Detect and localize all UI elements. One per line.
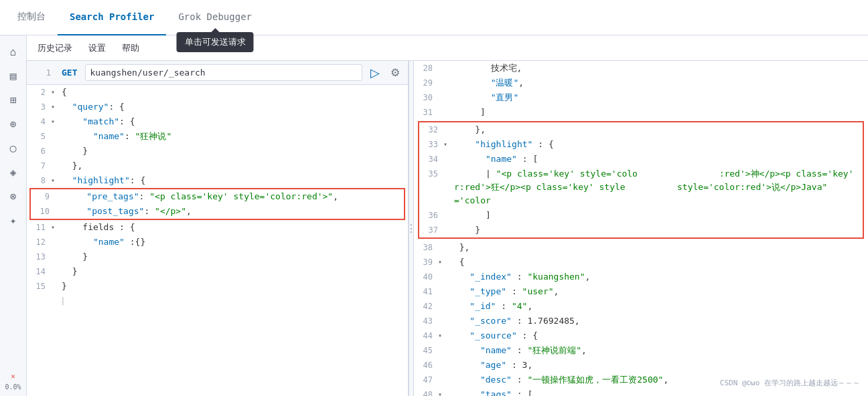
watermark: CSDN @©ωo 在学习的路上越走越远～～～ — [720, 378, 860, 388]
code-editor[interactable]: 2 ▾ { 3 ▾ "query": { 4 ▾ "match": { 5 — [27, 85, 408, 396]
result-line-28: 28 技术宅, — [414, 61, 868, 76]
editor-area: 1 GET ▷ ⚙ 2 ▾ { 3 ▾ "query": { — [27, 61, 868, 396]
sidebar-icon-database[interactable]: ⊕ — [3, 113, 24, 134]
tab-grok-debugger[interactable]: Grok Debugger 单击可发送请求 — [166, 0, 264, 35]
right-pane: 28 技术宅, 29 "温暖", 30 "直男" 3 — [414, 61, 868, 396]
sub-toolbar: 历史记录 设置 帮助 — [27, 35, 868, 61]
code-line-10: 10 "post_tags": "</p>", — [31, 204, 404, 219]
result-line-45: 45 "name" : "狂神说前端", — [414, 343, 868, 358]
result-line-43: 43 "_score" : 1.7692485, — [414, 314, 868, 328]
line-number-1: 1 — [32, 66, 56, 80]
code-line-11: 11 ▾ fields : { — [27, 220, 408, 235]
result-line-48: 48 ▾ "tags" : [ — [414, 387, 868, 396]
settings-button[interactable]: 设置 — [86, 41, 108, 56]
result-line-40: 40 "_index" : "kuangshen", — [414, 270, 868, 284]
result-line-35: 35 | "<p class='key' style='color:red'>狂… — [419, 167, 863, 208]
result-line-39: 39 ▾ { — [414, 255, 868, 270]
code-line-13: 13 } — [27, 250, 408, 264]
code-line-2: 2 ▾ { — [27, 85, 408, 100]
result-line-42: 42 "_id" : "4", — [414, 299, 868, 314]
ghost-line: | — [27, 294, 408, 307]
code-line-14: 14 } — [27, 264, 408, 279]
highlight-box-right: 32 }, 33 ▾ "highlight" : { 34 "name" : [ — [418, 121, 864, 239]
code-line-8: 8 ▾ "highlight": { — [27, 173, 408, 188]
tab-bar: 控制台 Search Profiler Grok Debugger 单击可发送请… — [0, 0, 868, 35]
sidebar-icon-chart[interactable]: ▤ — [3, 65, 24, 86]
help-button[interactable]: 帮助 — [119, 41, 142, 56]
result-line-34: 34 "name" : [ — [419, 152, 863, 167]
result-line-38: 38 }, — [414, 240, 868, 255]
wrench-button[interactable]: ⚙ — [388, 65, 403, 80]
code-line-6: 6 } — [27, 144, 408, 159]
url-input-row: 1 GET ▷ ⚙ — [27, 61, 408, 85]
sidebar-icon-layers[interactable]: ⊞ — [3, 89, 24, 110]
highlight-box-left: 9 "pre_tags": "<p class='key' style='col… — [29, 188, 405, 220]
tab-console[interactable]: 控制台 — [5, 0, 58, 35]
code-line-15: 15 } — [27, 279, 408, 294]
result-line-30: 30 "直男" — [414, 90, 868, 105]
sidebar-icon-map[interactable]: ⊗ — [3, 185, 24, 207]
pane-divider[interactable]: ⋮ — [409, 61, 414, 396]
tab-search-profiler[interactable]: Search Profiler — [58, 0, 166, 35]
history-button[interactable]: 历史记录 — [35, 41, 75, 56]
result-line-41: 41 "_type" : "user", — [414, 284, 868, 299]
result-line-36: 36 ] — [419, 208, 863, 223]
main-content: 历史记录 设置 帮助 1 GET ▷ ⚙ 2 ▾ { 3 — [27, 35, 868, 396]
progress-label: 0.0% — [5, 383, 21, 391]
close-sidebar-icon[interactable]: ✕ — [11, 372, 15, 381]
sidebar-icon-home[interactable]: ⌂ — [3, 41, 24, 62]
result-line-29: 29 "温暖", — [414, 76, 868, 90]
result-line-46: 46 "age" : 3, — [414, 358, 868, 373]
left-pane: 1 GET ▷ ⚙ 2 ▾ { 3 ▾ "query": { — [27, 61, 409, 396]
result-line-33: 33 ▾ "highlight" : { — [419, 137, 863, 152]
sidebar-icon-shield[interactable]: ◈ — [3, 161, 24, 183]
code-line-9: 9 "pre_tags": "<p class='key' style='col… — [31, 189, 404, 204]
code-line-12: 12 "name" :{} — [27, 235, 408, 250]
result-line-37: 37 } — [419, 223, 863, 237]
sidebar-icon-user[interactable]: ◯ — [3, 137, 24, 159]
code-line-3: 3 ▾ "query": { — [27, 100, 408, 114]
run-button[interactable]: ▷ — [368, 64, 382, 82]
results-area[interactable]: 28 技术宅, 29 "温暖", 30 "直男" 3 — [414, 61, 868, 396]
sidebar-icon-settings[interactable]: ✦ — [3, 209, 24, 231]
code-line-7: 7 }, — [27, 159, 408, 173]
result-line-31: 31 ] — [414, 105, 868, 120]
code-line-5: 5 "name": "狂神说" — [27, 129, 408, 144]
code-line-4: 4 ▾ "match": { — [27, 114, 408, 129]
url-input[interactable] — [85, 64, 362, 81]
result-line-44: 44 ▾ "_source" : { — [414, 328, 868, 343]
http-method-badge: GET — [62, 68, 77, 78]
sidebar: ⌂ ▤ ⊞ ⊕ ◯ ◈ ⊗ ✦ ✕ 0.0% — [0, 35, 27, 396]
sidebar-bottom: ✕ 0.0% — [5, 372, 21, 391]
result-line-32: 32 }, — [419, 122, 863, 137]
